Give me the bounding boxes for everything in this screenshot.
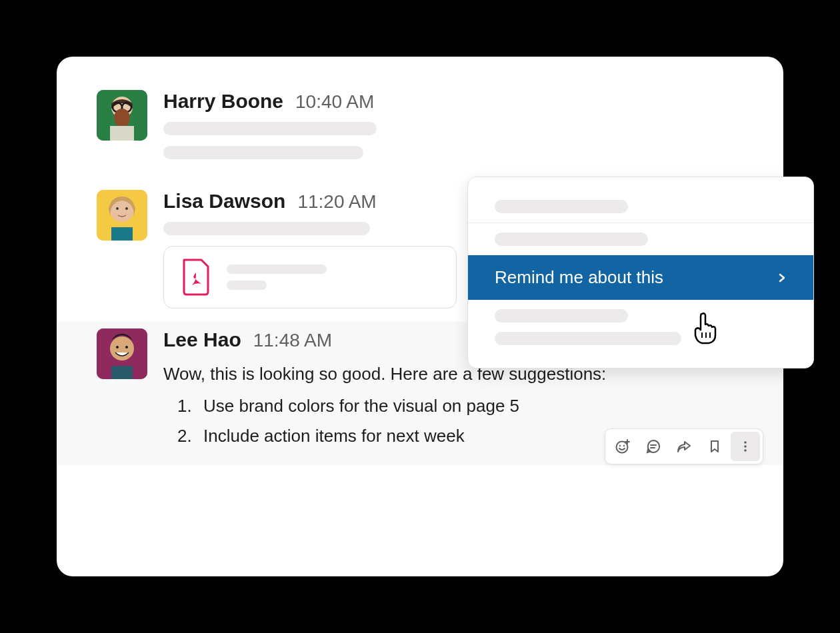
timestamp: 11:20 AM: [297, 191, 376, 213]
emoji-plus-icon: [615, 438, 631, 454]
svg-rect-16: [111, 366, 133, 379]
more-vertical-icon: [737, 438, 753, 454]
text-placeholder: [163, 222, 370, 235]
menu-item-placeholder[interactable]: [495, 200, 628, 213]
list-item: Use brand colors for the visual on page …: [197, 392, 743, 419]
chevron-right-icon: [777, 273, 787, 283]
svg-point-28: [744, 445, 747, 448]
menu-item-placeholder[interactable]: [495, 309, 628, 322]
menu-item-remind[interactable]: Remind me about this: [468, 255, 813, 300]
svg-rect-11: [111, 227, 133, 241]
avatar[interactable]: [97, 328, 147, 379]
message-body: Harry Boone 10:40 AM: [163, 90, 743, 170]
svg-point-22: [623, 445, 625, 446]
menu-divider: [468, 223, 813, 223]
bookmark-button[interactable]: [700, 432, 729, 461]
avatar-icon: [97, 328, 147, 379]
svg-rect-6: [110, 126, 134, 141]
share-icon: [676, 438, 692, 454]
bookmark-icon: [707, 438, 723, 454]
avatar[interactable]: [97, 90, 147, 141]
message: Harry Boone 10:40 AM: [57, 83, 783, 183]
thread-icon: [645, 438, 661, 454]
svg-point-29: [744, 449, 747, 452]
avatar[interactable]: [97, 190, 147, 241]
more-actions-button[interactable]: [731, 432, 760, 461]
menu-item-placeholder[interactable]: [495, 332, 681, 345]
avatar-icon: [97, 90, 147, 141]
svg-point-21: [619, 445, 621, 446]
author-name[interactable]: Harry Boone: [163, 90, 283, 113]
thread-button[interactable]: [639, 432, 668, 461]
chat-window: Harry Boone 10:40 AM Lisa Dawson 11:20 A…: [57, 57, 783, 576]
pdf-icon: [180, 259, 212, 296]
svg-point-14: [116, 346, 119, 348]
text-placeholder: [163, 146, 363, 159]
attachment-meta: [227, 265, 440, 290]
attachment[interactable]: [163, 246, 457, 309]
svg-point-10: [125, 207, 128, 210]
text-placeholder: [163, 122, 377, 135]
share-button[interactable]: [669, 432, 699, 461]
add-reaction-button[interactable]: [608, 432, 637, 461]
menu-item-placeholder[interactable]: [495, 233, 648, 246]
svg-point-27: [744, 441, 747, 444]
svg-point-15: [125, 346, 128, 348]
svg-point-9: [116, 207, 119, 210]
menu-item-label: Remind me about this: [495, 267, 663, 288]
context-menu: Remind me about this: [467, 177, 814, 368]
message-header: Harry Boone 10:40 AM: [163, 90, 743, 113]
author-name[interactable]: Lee Hao: [163, 328, 241, 351]
svg-point-5: [114, 109, 130, 127]
svg-point-20: [617, 442, 628, 453]
timestamp: 10:40 AM: [295, 91, 374, 113]
svg-point-13: [110, 336, 134, 360]
avatar-icon: [97, 190, 147, 241]
message-actions-toolbar: [605, 428, 763, 464]
author-name[interactable]: Lisa Dawson: [163, 190, 285, 213]
timestamp: 11:48 AM: [253, 330, 332, 351]
